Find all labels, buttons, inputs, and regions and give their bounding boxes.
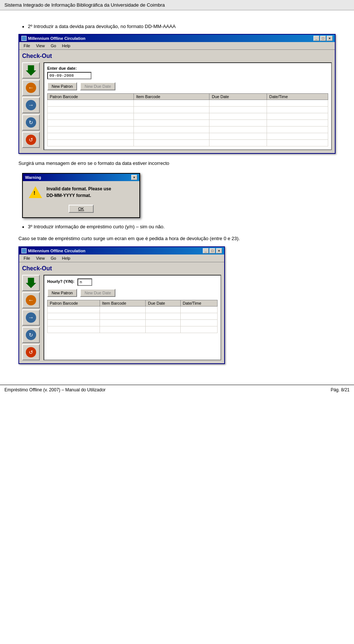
- enter-due-label: Enter due date:: [47, 66, 328, 70]
- down-arrow-icon-1: [26, 65, 36, 76]
- warning-close-button[interactable]: ×: [131, 175, 137, 180]
- hourly-label: Hourly? (Y/N):: [47, 279, 74, 284]
- sidebar-2: ← → ↻ ↺: [22, 275, 41, 360]
- win-controls-1: _ □ ×: [313, 36, 333, 41]
- table-row: [48, 313, 218, 320]
- warning-triangle-icon: [29, 186, 42, 199]
- col-due-date-2: Due Date: [146, 300, 180, 307]
- sidebar-1: ← → ↻ ↺: [22, 62, 41, 150]
- sidebar-btn-forward-2[interactable]: →: [22, 309, 40, 326]
- back-arrow-icon-2: ←: [26, 295, 36, 305]
- new-due-date-button-2[interactable]: New Due Date: [80, 289, 115, 297]
- triangle-warning: [29, 186, 42, 198]
- sidebar-btn-refresh-2[interactable]: ↻: [22, 327, 40, 343]
- menubar-1: File View Go Help: [19, 42, 335, 50]
- table-row: [48, 140, 328, 146]
- sidebar-btn-book-1[interactable]: ↺: [22, 132, 40, 148]
- menu-go-2[interactable]: Go: [48, 255, 59, 261]
- warning-message: Invalid date format. Please use DD-MM-YY…: [46, 186, 111, 199]
- warning-line2: DD-MM-YYYY format.: [46, 193, 91, 198]
- col-item-barcode-2: Item Barcode: [100, 300, 145, 307]
- close-button-1[interactable]: ×: [327, 36, 333, 41]
- new-due-date-button-1[interactable]: New Due Date: [80, 82, 115, 90]
- menu-file-2[interactable]: File: [21, 255, 33, 261]
- table-row: [48, 107, 328, 113]
- sidebar-btn-down-1[interactable]: [22, 62, 40, 79]
- menu-file-1[interactable]: File: [21, 43, 33, 49]
- col-due-date-1: Due Date: [209, 94, 267, 100]
- sidebar-btn-down-2[interactable]: [22, 275, 40, 291]
- minimize-button-1[interactable]: _: [313, 36, 319, 41]
- maximize-button-1[interactable]: □: [320, 36, 326, 41]
- forward-arrow-icon-2: →: [26, 312, 36, 323]
- win-body-1: Check-Out ← → ↻: [19, 50, 335, 153]
- hourly-input[interactable]: [77, 278, 92, 286]
- menu-help-1[interactable]: Help: [59, 43, 73, 49]
- refresh-icon-2: ↻: [26, 330, 36, 340]
- bullet-point-2: 3º Introduzir informação de empréstimo c…: [22, 224, 339, 231]
- page-footer: Empréstimo Offline (v. 2007) – Manual do…: [0, 385, 354, 395]
- footer-right: Pág. 8/21: [331, 387, 350, 392]
- win-main-2: Hourly? (Y/N): New Patron New Due Date P…: [44, 275, 221, 360]
- sidebar-btn-forward-1[interactable]: →: [22, 97, 40, 113]
- menu-view-2[interactable]: View: [33, 255, 48, 261]
- refresh-icon-1: ↻: [26, 117, 36, 128]
- warning-ok-button[interactable]: OK: [69, 205, 94, 213]
- checkout-table-1: Patron Barcode Item Barcode Due Date Dat…: [47, 93, 328, 146]
- close-button-2[interactable]: ×: [216, 248, 222, 253]
- table-row: [48, 133, 328, 140]
- win-inner-2: ← → ↻ ↺ Hourly? (Y/N):: [22, 275, 221, 360]
- table-row: [48, 120, 328, 127]
- win-heading-2: Check-Out: [22, 265, 221, 272]
- sidebar-btn-back-2[interactable]: ←: [22, 292, 40, 308]
- titlebar-2: Millennium Offline Circulation _ □ ×: [19, 247, 224, 255]
- menu-view-1[interactable]: View: [33, 43, 48, 49]
- table-row: [48, 127, 328, 133]
- app-icon-2: [21, 248, 27, 253]
- col-patron-barcode-2: Patron Barcode: [48, 300, 100, 307]
- col-datetime-2: Date/Time: [180, 300, 217, 307]
- win-inner-1: ← → ↻ ↺ Enter due date:: [22, 62, 332, 150]
- warning-line1: Invalid date format. Please use: [46, 186, 111, 191]
- warning-ok-row: OK: [23, 203, 139, 217]
- table-row: [48, 320, 218, 326]
- sidebar-btn-refresh-1[interactable]: ↻: [22, 114, 40, 131]
- down-arrow-icon-2: [26, 278, 36, 288]
- titlebar-title-2: Millennium Offline Circulation: [28, 249, 86, 253]
- warning-dialog: Warning × Invalid date format. Please us…: [22, 173, 140, 218]
- book-icon-1: ↺: [26, 135, 36, 145]
- col-item-barcode-1: Item Barcode: [134, 94, 209, 100]
- section3-paragraph: Caso se trate de empréstimo curto surge …: [18, 235, 336, 242]
- forward-arrow-icon-1: →: [26, 100, 36, 110]
- menu-help-2[interactable]: Help: [59, 255, 73, 261]
- header-title: Sistema Integrado de Informação Bibliogr…: [4, 2, 165, 8]
- page-header: Sistema Integrado de Informação Bibliogr…: [0, 0, 354, 10]
- minimize-button-2[interactable]: _: [203, 248, 209, 253]
- win-body-2: Check-Out ← → ↻: [19, 262, 224, 363]
- book-icon-2: ↺: [26, 347, 36, 357]
- win-main-1: Enter due date: New Patron New Due Date …: [44, 62, 332, 150]
- btn-row-2: New Patron New Due Date: [47, 289, 218, 297]
- sidebar-btn-book-2[interactable]: ↺: [22, 344, 40, 360]
- table-row: [48, 100, 328, 107]
- warning-titlebar: Warning ×: [23, 174, 139, 181]
- back-arrow-icon-1: ←: [26, 83, 36, 93]
- sidebar-btn-back-1[interactable]: ←: [22, 80, 40, 96]
- checkout-window-2: Millennium Offline Circulation _ □ × Fil…: [18, 246, 225, 364]
- titlebar-1: Millennium Offline Circulation _ □ ×: [19, 35, 335, 42]
- col-patron-barcode-1: Patron Barcode: [48, 94, 134, 100]
- maximize-button-2[interactable]: □: [209, 248, 215, 253]
- new-patron-button-1[interactable]: New Patron: [47, 82, 77, 90]
- win-heading-1: Check-Out: [22, 53, 332, 59]
- new-patron-button-2[interactable]: New Patron: [47, 289, 77, 297]
- bullet-text-1: 2º Introduzir a data devida para devoluç…: [28, 24, 176, 29]
- page-content: 2º Introduzir a data devida para devoluç…: [0, 10, 354, 377]
- section2-text: Surgirá uma mensagem de erro se o format…: [18, 160, 336, 167]
- footer-left: Empréstimo Offline (v. 2007) – Manual do…: [4, 387, 105, 392]
- table-row: [48, 113, 328, 120]
- due-date-input[interactable]: [47, 72, 91, 79]
- menubar-2: File View Go Help: [19, 255, 224, 262]
- menu-go-1[interactable]: Go: [48, 43, 59, 49]
- col-datetime-1: Date/Time: [267, 94, 328, 100]
- table-row: [48, 326, 218, 333]
